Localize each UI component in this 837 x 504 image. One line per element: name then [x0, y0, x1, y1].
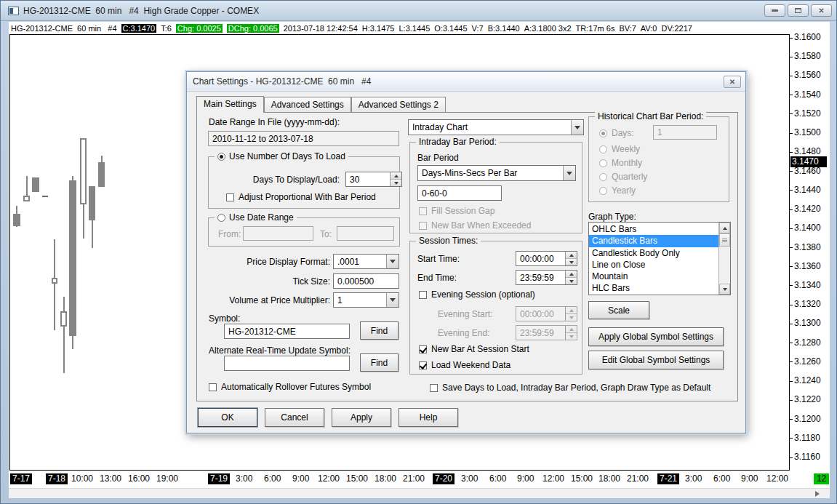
apply-global-symbol-settings-button[interactable]: Apply Global Symbol Settings — [588, 327, 724, 346]
dialog-close-icon: ✕ — [729, 78, 735, 86]
time-tick-label: 9:00 — [741, 473, 758, 484]
dropdown-arrow-icon[interactable] — [386, 293, 399, 307]
days-to-display-spinner[interactable]: 30 — [345, 172, 402, 187]
close-button[interactable]: ✕ — [811, 4, 832, 17]
graph-type-listbox[interactable]: OHLC BarsCandlestick BarsCandlestick Bod… — [588, 222, 731, 295]
time-tick-label: 12:00 — [318, 473, 340, 484]
use-date-range-radio-label: Use Date Range — [229, 212, 294, 223]
tab-main-settings[interactable]: Main Settings — [196, 96, 264, 113]
alt-symbol-find-button[interactable]: Find — [360, 353, 399, 372]
alt-symbol-field[interactable] — [224, 356, 350, 371]
chart-type-dropdown[interactable]: Intraday Chart — [408, 119, 584, 135]
historical-option-days: Days: — [599, 128, 634, 138]
dialog-close-button[interactable]: ✕ — [724, 76, 741, 88]
cancel-button[interactable]: Cancel — [265, 408, 324, 427]
time-tick-label: 12:00 — [766, 473, 788, 484]
save-as-default-checkbox[interactable]: Save Days to Load, Intraday Bar Period, … — [430, 383, 710, 393]
dropdown-arrow-icon[interactable] — [386, 255, 399, 268]
scroll-right-arrow-icon[interactable] — [815, 491, 820, 497]
evening-session-checkbox[interactable]: Evening Session (optional) — [419, 289, 535, 300]
historical-bar-period-group: Historical Chart Bar Period: Days:Weekly… — [588, 116, 729, 202]
use-date-range-radio[interactable] — [217, 214, 225, 222]
to-label: To: — [320, 229, 332, 239]
maximize-button[interactable] — [788, 4, 809, 17]
use-days-radio[interactable] — [217, 153, 225, 161]
dialog-titlebar[interactable]: Chart Settings - HG-201312-CME 60 min #4… — [187, 72, 745, 92]
from-label: From: — [218, 229, 241, 239]
graph-type-option[interactable]: HLC Bars — [589, 282, 718, 294]
graph-type-option[interactable]: Candlestick Body Only — [589, 247, 718, 259]
minimize-icon — [772, 9, 778, 12]
bar-period-label: Bar Period — [417, 153, 459, 163]
from-date-field[interactable] — [243, 226, 313, 241]
new-bar-at-session-start-checkbox[interactable]: New Bar At Session Start — [419, 344, 529, 354]
ok-button[interactable]: OK — [198, 408, 257, 427]
symbol-field[interactable]: HG-201312-CME — [224, 324, 350, 339]
minimize-button[interactable] — [764, 4, 785, 17]
volume-multiplier-dropdown[interactable]: 1 — [333, 292, 399, 308]
end-time-label: End Time: — [417, 273, 457, 283]
radio-icon — [599, 129, 607, 137]
historical-option-yearly: Yearly — [599, 185, 636, 196]
time-tick-label: 12:00 — [542, 473, 564, 484]
radio-icon — [599, 173, 607, 181]
time-tick-label: 21:00 — [627, 473, 649, 484]
edit-global-symbol-settings-button[interactable]: Edit Global Symbol Settings — [588, 351, 724, 369]
evening-end-label: Evening End: — [438, 328, 489, 338]
time-tick-label: 3:00 — [461, 473, 478, 484]
graph-type-option[interactable]: Mountain — [589, 271, 718, 282]
help-button[interactable]: Help — [399, 408, 458, 427]
end-time-spinner[interactable]: 23:59:59 — [516, 270, 577, 285]
time-tick-label: 19:00 — [156, 473, 178, 484]
scroll-up-icon[interactable] — [719, 223, 730, 233]
dropdown-arrow-icon[interactable] — [563, 166, 575, 180]
close-icon: ✕ — [818, 7, 824, 15]
maximize-icon — [795, 8, 801, 13]
time-tick-label: 3:00 — [236, 473, 252, 484]
time-tick-label: 16:00 — [128, 473, 150, 484]
horizontal-scrollbar[interactable] — [9, 488, 830, 498]
time-tick-label: 21:00 — [403, 473, 425, 484]
spin-up-icon[interactable] — [391, 172, 401, 179]
scale-button[interactable]: Scale — [588, 301, 649, 319]
time-tick-label: 6:00 — [489, 473, 506, 484]
load-weekend-data-checkbox[interactable]: Load Weekend Data — [419, 360, 510, 370]
historical-group-label: Historical Chart Bar Period: — [598, 111, 703, 121]
dialog-title: Chart Settings - HG-201312-CME 60 min #4 — [193, 76, 371, 87]
graph-type-option[interactable]: Candlestick Bars — [589, 235, 718, 247]
graph-type-label: Graph Type: — [588, 212, 636, 222]
graph-type-option[interactable]: OHLC Bars — [589, 223, 718, 235]
date-range-value: 2010-11-12 to 2013-07-18 — [208, 131, 399, 146]
symbol-label: Symbol: — [209, 313, 240, 324]
symbol-find-button[interactable]: Find — [360, 321, 399, 340]
alt-symbol-label: Alternate Real-Time Update Symbol: — [209, 345, 351, 356]
dropdown-arrow-icon[interactable] — [571, 120, 583, 135]
volume-multiplier-label: Volume at Price Multiplier: — [197, 295, 330, 305]
scrollbar-thumb[interactable] — [719, 233, 730, 247]
time-tick-label: 6:00 — [264, 473, 281, 484]
spin-down-icon[interactable] — [391, 179, 401, 186]
price-display-format-dropdown[interactable]: .0001 — [333, 254, 399, 269]
bar-period-dropdown[interactable]: Days-Mins-Secs Per Bar — [417, 165, 576, 181]
window-titlebar: HG-201312-CME 60 min #4 High Grade Coppe… — [1, 1, 836, 21]
listbox-scrollbar[interactable] — [718, 223, 730, 295]
evening-start-label: Evening Start: — [438, 309, 492, 319]
time-tick-label: 7-20 — [433, 473, 454, 484]
time-tick-label: 9:00 — [517, 473, 534, 484]
date-range-label: Date Range In File (yyyy-mm-dd): — [209, 117, 340, 127]
tick-size-field[interactable]: 0.000500 — [333, 273, 399, 289]
bar-period-value-field[interactable]: 0-60-0 — [417, 185, 502, 201]
tick-size-label: Tick Size: — [197, 276, 330, 287]
auto-rollover-checkbox[interactable]: Automatically Rollover Futures Symbol — [209, 382, 371, 392]
apply-button[interactable]: Apply — [332, 408, 391, 427]
historical-option-weekly: Weekly — [599, 144, 640, 154]
start-time-spinner[interactable]: 00:00:00 — [516, 251, 577, 266]
to-date-field[interactable] — [337, 226, 394, 241]
radio-icon — [599, 187, 607, 195]
graph-type-option[interactable]: Line on Close — [589, 259, 718, 271]
price-display-format-label: Price Display Format: — [197, 257, 330, 267]
scroll-down-icon[interactable] — [719, 284, 730, 295]
adjust-proportional-checkbox[interactable]: Adjust Proportional With Bar Period — [226, 192, 376, 202]
tab-advanced-settings[interactable]: Advanced Settings — [264, 97, 351, 112]
tab-advanced-settings-2[interactable]: Advanced Settings 2 — [351, 97, 446, 112]
